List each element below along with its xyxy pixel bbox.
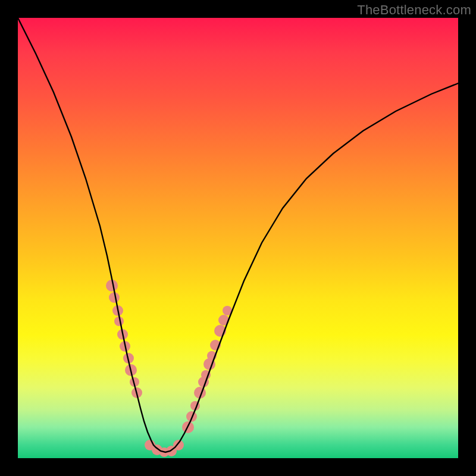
bottleneck-curve — [18, 18, 458, 452]
chart-frame: TheBottleneck.com — [0, 0, 476, 476]
watermark-text: TheBottleneck.com — [357, 2, 471, 18]
marker-group — [106, 280, 232, 457]
chart-plot-area — [18, 18, 458, 458]
chart-overlay-svg — [18, 18, 458, 458]
marker-dot — [173, 440, 184, 450]
